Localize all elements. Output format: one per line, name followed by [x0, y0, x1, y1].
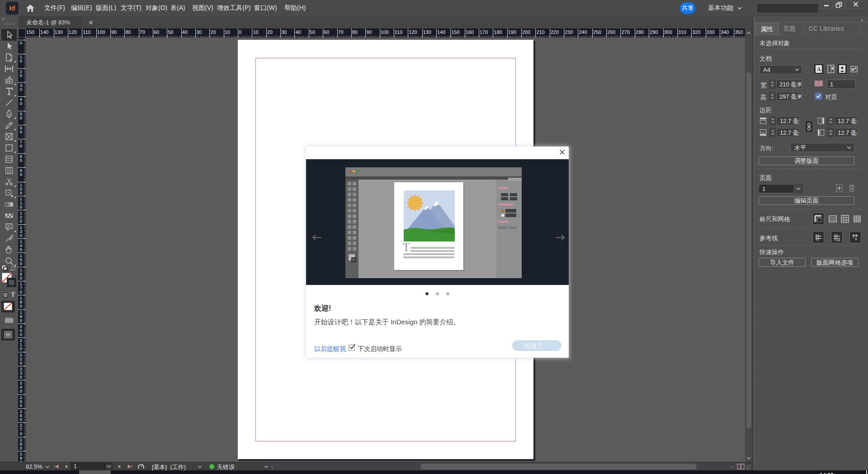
svg-text:A: A — [817, 66, 821, 72]
